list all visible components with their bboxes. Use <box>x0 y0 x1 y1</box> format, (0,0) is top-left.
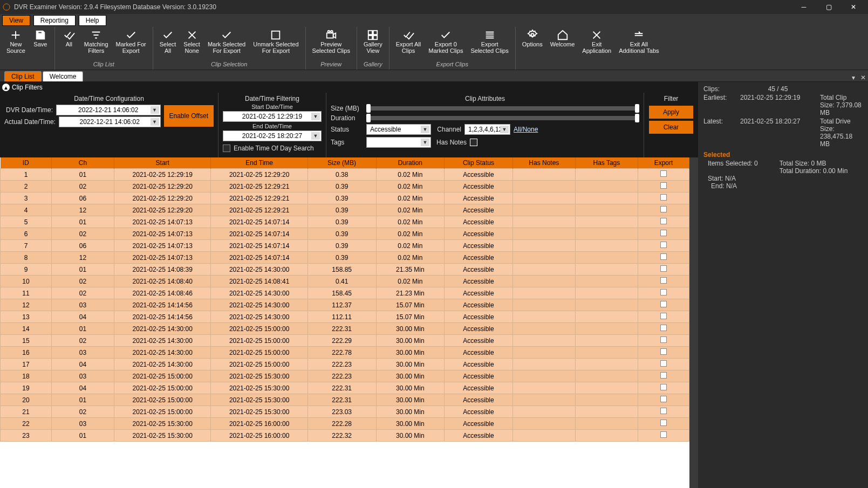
matching-filters-button[interactable]: Matching Filters <box>81 28 112 61</box>
has-notes-checkbox[interactable] <box>470 139 477 146</box>
menu-help[interactable]: Help <box>79 15 106 26</box>
clip-filters-header[interactable]: ▲ Clip Filters <box>0 82 698 93</box>
welcome-button[interactable]: Welcome <box>547 28 578 61</box>
col-export[interactable]: Export <box>638 157 689 169</box>
export-checkbox[interactable] <box>660 289 667 295</box>
export-checkbox[interactable] <box>660 360 667 367</box>
all-none-link[interactable]: All/None <box>514 126 538 133</box>
col-id[interactable]: ID <box>1 157 52 169</box>
export-checkbox[interactable] <box>660 420 667 426</box>
col-dur[interactable]: Duration <box>376 157 445 169</box>
preview-clips-button[interactable]: Preview Selected Clips <box>309 28 353 61</box>
export-checkbox[interactable] <box>660 170 667 177</box>
window-close-button[interactable]: ✕ <box>841 0 866 14</box>
export-checkbox[interactable] <box>660 301 667 307</box>
mark-selected-button[interactable]: Mark Selected For Export <box>204 28 249 61</box>
tab-dropdown-icon[interactable]: ▾ <box>849 74 858 81</box>
window-minimize-button[interactable]: ─ <box>791 0 816 14</box>
export-checkbox[interactable] <box>660 230 667 236</box>
table-row[interactable]: 15022021-02-25 14:30:002021-02-25 15:00:… <box>1 335 689 347</box>
table-row[interactable]: 7062021-02-25 14:07:132021-02-25 14:07:1… <box>1 240 689 252</box>
marked-for-export-button[interactable]: Marked For Export <box>113 28 149 61</box>
all-button[interactable]: All <box>58 28 80 61</box>
export-checkbox[interactable] <box>660 336 667 343</box>
table-row[interactable]: 13042021-02-25 14:14:562021-02-25 14:30:… <box>1 311 689 323</box>
unmark-selected-button[interactable]: Unmark Selected For Export <box>250 28 302 61</box>
window-maximize-button[interactable]: ▢ <box>816 0 841 14</box>
exit-app-button[interactable]: Exit Application <box>579 28 614 61</box>
table-row[interactable]: 8122021-02-25 14:07:132021-02-25 14:07:1… <box>1 252 689 264</box>
enable-offset-button[interactable]: Enable Offset <box>164 105 214 127</box>
export-checkbox[interactable] <box>660 396 667 402</box>
exit-all-tabs-button[interactable]: Exit All Additional Tabs <box>616 28 662 61</box>
dvr-datetime-input[interactable]: 2022-12-21 14:06:02▼ <box>56 105 161 115</box>
gallery-view-button[interactable]: Gallery View <box>360 28 386 61</box>
enable-tod-checkbox[interactable] <box>223 145 230 152</box>
vertical-scrollbar[interactable] <box>689 157 698 488</box>
col-notes[interactable]: Has Notes <box>512 157 575 169</box>
export-checkbox[interactable] <box>660 277 667 284</box>
col-end[interactable]: End Time <box>211 157 307 169</box>
export-checkbox[interactable] <box>660 372 667 379</box>
export-checkbox[interactable] <box>660 194 667 201</box>
export-checkbox[interactable] <box>660 384 667 390</box>
export-checkbox[interactable] <box>660 431 667 438</box>
export-checkbox[interactable] <box>660 265 667 272</box>
table-row[interactable]: 20012021-02-25 15:00:002021-02-25 15:30:… <box>1 394 689 406</box>
table-row[interactable]: 10022021-02-25 14:08:402021-02-25 14:08:… <box>1 276 689 287</box>
apply-button[interactable]: Apply <box>649 106 693 119</box>
table-row[interactable]: 3062021-02-25 12:29:202021-02-25 12:29:2… <box>1 193 689 204</box>
table-row[interactable]: 11022021-02-25 14:08:462021-02-25 14:30:… <box>1 287 689 299</box>
export-checkbox[interactable] <box>660 325 667 331</box>
duration-slider[interactable] <box>366 116 639 120</box>
export-selected-button[interactable]: Export Selected Clips <box>467 28 511 61</box>
table-row[interactable]: 21022021-02-25 15:00:002021-02-25 15:30:… <box>1 406 689 418</box>
options-button[interactable]: Options <box>519 28 546 61</box>
table-row[interactable]: 14012021-02-25 14:30:002021-02-25 15:00:… <box>1 323 689 335</box>
table-row[interactable]: 23012021-02-25 15:30:002021-02-25 16:00:… <box>1 430 689 442</box>
end-datetime-input[interactable]: 2021-02-25 18:20:27▼ <box>223 130 322 141</box>
tab-welcome[interactable]: Welcome <box>43 71 84 81</box>
table-row[interactable]: 19042021-02-25 15:00:002021-02-25 15:30:… <box>1 382 689 394</box>
tags-select[interactable]: ▼ <box>366 137 431 148</box>
table-row[interactable]: 12032021-02-25 14:14:562021-02-25 14:30:… <box>1 299 689 311</box>
status-select[interactable]: Accessible▼ <box>366 124 431 135</box>
clips-table-wrapper[interactable]: ID Ch Start End Time Size (MB) Duration … <box>0 157 689 488</box>
start-datetime-input[interactable]: 2021-02-25 12:29:19▼ <box>223 111 322 122</box>
table-row[interactable]: 2022021-02-25 12:29:202021-02-25 12:29:2… <box>1 181 689 193</box>
new-source-button[interactable]: New Source <box>3 28 29 61</box>
menu-reporting[interactable]: Reporting <box>33 15 76 26</box>
export-all-button[interactable]: Export All Clips <box>393 28 424 61</box>
export-marked-button[interactable]: Export 0 Marked Clips <box>425 28 466 61</box>
export-checkbox[interactable] <box>660 253 667 260</box>
col-tags[interactable]: Has Tags <box>575 157 638 169</box>
col-status[interactable]: Clip Status <box>445 157 513 169</box>
export-checkbox[interactable] <box>660 348 667 355</box>
actual-datetime-input[interactable]: 2022-12-21 14:06:02▼ <box>59 116 161 127</box>
save-button[interactable]: Save <box>30 28 51 61</box>
export-checkbox[interactable] <box>660 206 667 212</box>
table-row[interactable]: 17042021-02-25 14:30:002021-02-25 15:00:… <box>1 359 689 370</box>
clear-button[interactable]: Clear <box>649 121 693 134</box>
export-checkbox[interactable] <box>660 313 667 319</box>
col-start[interactable]: Start <box>114 157 211 169</box>
table-row[interactable]: 6022021-02-25 14:07:132021-02-25 14:07:1… <box>1 228 689 240</box>
col-ch[interactable]: Ch <box>51 157 114 169</box>
export-checkbox[interactable] <box>660 408 667 414</box>
export-checkbox[interactable] <box>660 242 667 248</box>
table-row[interactable]: 5012021-02-25 14:07:132021-02-25 14:07:1… <box>1 216 689 228</box>
table-row[interactable]: 1012021-02-25 12:29:192021-02-25 12:29:2… <box>1 169 689 181</box>
export-checkbox[interactable] <box>660 218 667 224</box>
size-slider[interactable] <box>366 106 639 111</box>
menu-view[interactable]: View <box>2 15 30 26</box>
select-all-button[interactable]: Select All <box>156 28 180 61</box>
channel-select[interactable]: 1,2,3,4,6,12▼ <box>464 124 510 135</box>
table-row[interactable]: 18032021-02-25 15:00:002021-02-25 15:30:… <box>1 370 689 382</box>
tab-clip-list[interactable]: Clip List <box>4 71 42 81</box>
table-row[interactable]: 9012021-02-25 14:08:392021-02-25 14:30:0… <box>1 264 689 276</box>
table-row[interactable]: 22032021-02-25 15:30:002021-02-25 16:00:… <box>1 418 689 430</box>
tab-close-icon[interactable]: ✕ <box>858 74 868 81</box>
select-none-button[interactable]: Select None <box>180 28 203 61</box>
table-row[interactable]: 4122021-02-25 12:29:202021-02-25 12:29:2… <box>1 204 689 216</box>
export-checkbox[interactable] <box>660 182 667 189</box>
